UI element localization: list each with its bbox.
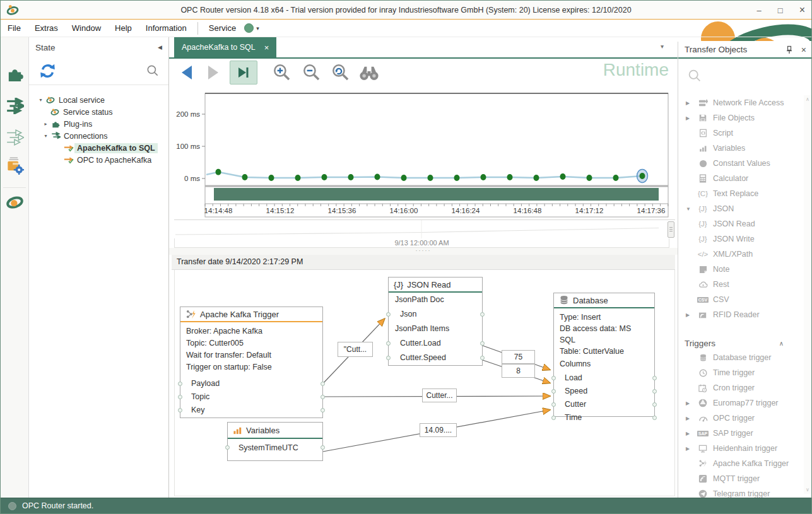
scroll-up-icon[interactable]: ∧ [806, 96, 809, 102]
step-back-button[interactable] [182, 66, 192, 79]
scroll-down-icon[interactable]: ∨ [806, 487, 809, 493]
tree-item-local-service[interactable]: ▾ Local service [29, 94, 168, 106]
section-collapse-icon[interactable]: ∧ [779, 340, 784, 347]
node-database[interactable]: Database Type: Insert DB access data: MS… [553, 293, 655, 417]
menu-help[interactable]: Help [108, 20, 139, 37]
port-dot[interactable] [652, 402, 657, 407]
zoom-out-icon[interactable] [302, 62, 322, 83]
port-dot[interactable] [652, 416, 657, 420]
port-load[interactable]: Load [554, 371, 654, 385]
panel-close-icon[interactable]: × [801, 45, 806, 55]
port-cutter-load[interactable]: Cutter.Load [389, 336, 482, 351]
trigger-apache-kafka[interactable]: Apache Kafka Trigger [678, 456, 804, 471]
tab-apachekafka-to-sql[interactable]: ApacheKafka to SQL × [174, 37, 276, 57]
object-network-file-access[interactable]: ▶ Network File Access [678, 95, 804, 110]
zoom-in-icon[interactable] [272, 62, 292, 83]
tree-expander-icon[interactable]: ▾ [37, 97, 45, 103]
connections-icon[interactable] [6, 98, 24, 114]
object-rest[interactable]: Rest [678, 277, 804, 292]
port-dot[interactable] [551, 376, 556, 380]
menu-extras[interactable]: Extras [28, 20, 65, 37]
service-dropdown-caret[interactable]: ▾ [256, 25, 259, 32]
menu-file[interactable]: File [1, 20, 28, 37]
trigger-sap[interactable]: ▶ SAP SAP trigger [678, 426, 804, 441]
tree-item-connections[interactable]: ▾ Connections [29, 130, 168, 142]
port-speed[interactable]: Speed [554, 385, 654, 398]
node-variables[interactable]: Variables SystemTimeUTC [227, 422, 323, 461]
trigger-cron[interactable]: Cron trigger [678, 380, 804, 395]
trigger-euromap77[interactable]: ▶ Euromap77 trigger [678, 395, 804, 411]
menu-service[interactable]: Service [202, 20, 243, 37]
tree-expander-icon[interactable]: ▾ [42, 133, 50, 139]
port-dot[interactable] [178, 382, 182, 386]
tree-item-service-status[interactable]: Service status [29, 106, 168, 118]
expand-icon[interactable]: ▶ [686, 100, 693, 106]
port-cutter[interactable]: Cutter [554, 398, 654, 411]
object-script[interactable]: Script [678, 126, 804, 141]
object-calculator[interactable]: Calculator [678, 171, 804, 186]
tree-expander-icon[interactable]: ▸ [42, 121, 50, 127]
triggers-section-header[interactable]: Triggers ∧ [678, 336, 804, 350]
jump-to-latest-button[interactable] [230, 61, 257, 85]
object-text-replace[interactable]: {C} Text Replace [678, 186, 804, 201]
port-payload[interactable]: Payload [180, 377, 322, 390]
object-constant-values[interactable]: Constant Values [678, 156, 804, 171]
expand-icon[interactable]: ▶ [686, 400, 693, 406]
port-dot[interactable] [321, 408, 325, 412]
port-dot[interactable] [551, 402, 556, 407]
tab-close-icon[interactable]: × [264, 43, 269, 52]
zoom-reset-icon[interactable] [331, 62, 351, 83]
expand-icon[interactable]: ▶ [686, 115, 693, 121]
menu-information[interactable]: Information [139, 20, 194, 37]
plugins-icon[interactable] [6, 65, 24, 84]
port-dot[interactable] [551, 416, 556, 420]
expand-icon[interactable]: ▶ [686, 416, 693, 421]
overview-slider-thumb[interactable] [668, 221, 674, 238]
refresh-icon[interactable] [39, 62, 56, 79]
expand-icon[interactable]: ▶ [686, 431, 693, 436]
node-json-read[interactable]: {J} JSON Read JsonPath Doc Json JsonPath… [388, 277, 483, 366]
pin-icon[interactable] [785, 45, 794, 54]
object-rfid-reader[interactable]: ▶ RFID Reader [678, 307, 804, 322]
search-icon[interactable] [146, 64, 160, 78]
trigger-telegram[interactable]: Telegram trigger [678, 486, 804, 498]
object-json-write[interactable]: {J} JSON Write [678, 231, 804, 247]
collapse-icon[interactable]: ▼ [686, 206, 693, 212]
port-dot[interactable] [652, 389, 657, 394]
horizontal-splitter[interactable]: ····· [169, 248, 678, 255]
port-dot[interactable] [321, 395, 325, 399]
object-json-read[interactable]: {J} JSON Read [678, 216, 804, 231]
port-dot[interactable] [480, 341, 485, 346]
port-dot[interactable] [386, 356, 391, 360]
chart-overview-strip[interactable] [174, 219, 675, 238]
port-dot[interactable] [321, 382, 325, 386]
node-apache-kafka-trigger[interactable]: Apache Kafka Trigger Broker: Apache Kafk… [180, 307, 323, 418]
step-forward-button[interactable] [208, 66, 218, 79]
expand-icon[interactable]: ▶ [686, 312, 693, 318]
tab-list-dropdown-icon[interactable]: ▾ [661, 43, 664, 50]
opc-router-strip-logo[interactable] [6, 194, 24, 211]
port-json[interactable]: Json [389, 307, 482, 322]
minimize-button[interactable]: – [757, 6, 762, 15]
find-binoculars-icon[interactable] [358, 65, 380, 81]
port-key[interactable]: Key [180, 404, 322, 417]
port-dot[interactable] [225, 445, 230, 450]
maximize-button[interactable]: □ [778, 6, 783, 15]
port-systemtimeutc[interactable]: SystemTimeUTC [228, 439, 322, 457]
port-dot[interactable] [178, 395, 182, 399]
port-dot[interactable] [480, 356, 485, 360]
transfer-objects-search-icon[interactable] [687, 68, 702, 83]
port-dot[interactable] [551, 389, 556, 394]
transfer-objects-scrollbar[interactable]: ∧ ∨ [804, 95, 811, 494]
object-xml-xpath[interactable]: </> XML/XPath [678, 247, 804, 262]
tree-item-apachekafka-to-sql[interactable]: ApacheKafka to SQL [29, 142, 168, 154]
object-json[interactable]: ▼ {J} JSON [678, 201, 804, 216]
tree-item-opc-to-apachekafka[interactable]: OPC to ApacheKafka [29, 154, 168, 166]
template-connections-icon[interactable] [6, 129, 24, 146]
port-cutter-speed[interactable]: Cutter.Speed [389, 351, 482, 365]
port-dot[interactable] [321, 445, 325, 450]
collapse-panel-icon[interactable]: ◀ [158, 44, 162, 50]
port-dot[interactable] [178, 408, 182, 412]
menu-window[interactable]: Window [65, 20, 108, 37]
port-topic[interactable]: Topic [180, 390, 322, 404]
